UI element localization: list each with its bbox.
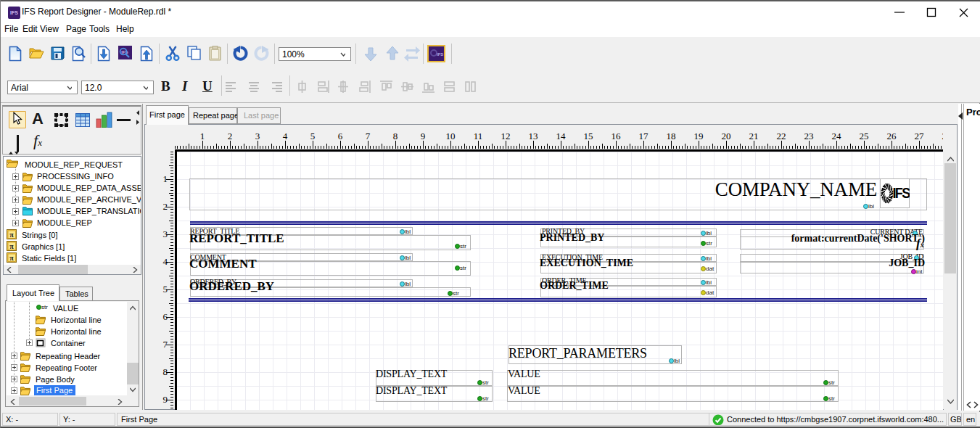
- svg-text:10: 10: [446, 131, 456, 141]
- svg-text:23: 23: [804, 131, 814, 141]
- svg-text:1: 1: [200, 131, 205, 141]
- svg-text:8: 8: [163, 366, 168, 377]
- svg-text:9: 9: [421, 131, 426, 141]
- svg-text:11: 11: [474, 131, 483, 141]
- svg-text:5: 5: [310, 131, 316, 141]
- svg-text:2: 2: [228, 131, 233, 141]
- svg-text:21: 21: [749, 131, 759, 141]
- svg-text:9: 9: [163, 394, 168, 405]
- svg-text:6: 6: [338, 131, 343, 141]
- svg-text:4: 4: [163, 256, 168, 267]
- svg-text:28: 28: [942, 131, 944, 141]
- svg-text:20: 20: [722, 131, 731, 141]
- svg-text:3: 3: [163, 229, 168, 239]
- svg-text:8: 8: [393, 131, 398, 141]
- svg-text:26: 26: [887, 131, 897, 141]
- svg-text:22: 22: [777, 131, 786, 141]
- svg-text:12: 12: [501, 131, 511, 141]
- svg-text:IFS: IFS: [892, 185, 910, 201]
- svg-text:3: 3: [255, 131, 260, 141]
- svg-text:14: 14: [556, 131, 567, 141]
- svg-text:15: 15: [584, 131, 593, 141]
- svg-text:27: 27: [915, 131, 925, 141]
- svg-text:25: 25: [860, 131, 869, 141]
- svg-text:6: 6: [163, 311, 168, 322]
- svg-text:5: 5: [163, 284, 168, 295]
- svg-text:19: 19: [694, 131, 704, 141]
- svg-text:4: 4: [283, 131, 288, 141]
- svg-text:7: 7: [366, 131, 371, 141]
- svg-text:17: 17: [639, 131, 649, 141]
- svg-text:7: 7: [163, 339, 168, 350]
- svg-text:18: 18: [667, 131, 676, 141]
- svg-text:2: 2: [163, 201, 168, 212]
- svg-text:24: 24: [832, 131, 842, 141]
- svg-text:13: 13: [529, 131, 538, 141]
- svg-text:16: 16: [612, 131, 622, 141]
- svg-text:1: 1: [163, 173, 168, 184]
